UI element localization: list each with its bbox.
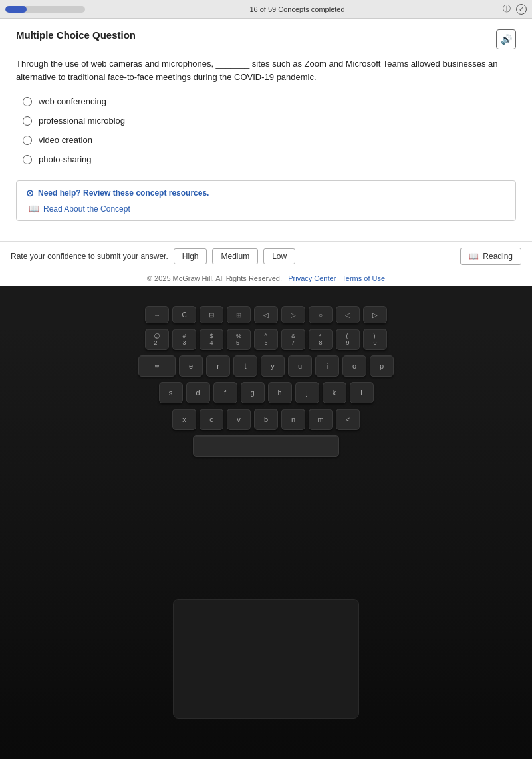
option-2[interactable]: professional microblog <box>23 116 516 126</box>
key-x[interactable]: x <box>172 409 196 430</box>
trackpad[interactable] <box>173 599 359 719</box>
option-label-4: photo-sharing <box>39 154 92 164</box>
progress-bar-container <box>5 6 85 13</box>
key-4[interactable]: $4 <box>200 329 223 350</box>
key-screen[interactable]: ⊟ <box>200 306 223 323</box>
key-l[interactable]: l <box>350 382 374 403</box>
key-h[interactable]: h <box>268 382 292 403</box>
question-text: Through the use of web cameras and micro… <box>16 57 516 83</box>
radio-3[interactable] <box>23 136 32 145</box>
option-label-3: video creation <box>39 135 92 145</box>
key-refresh[interactable]: C <box>172 306 196 323</box>
key-c[interactable]: c <box>200 409 223 430</box>
key-mute[interactable]: ○ <box>309 306 332 323</box>
confidence-label: Rate your confidence to submit your answ… <box>11 252 168 261</box>
key-prev-track[interactable]: ◁ <box>254 306 278 323</box>
progress-bar-fill <box>5 6 27 13</box>
high-button[interactable]: High <box>174 248 207 264</box>
key-0[interactable]: )0 <box>363 329 387 350</box>
reading-button[interactable]: 📖 Reading <box>460 248 521 265</box>
key-g[interactable]: g <box>241 382 265 403</box>
radio-2[interactable] <box>23 116 32 126</box>
options-list: web conferencing professional microblog … <box>23 97 516 164</box>
quiz-header: Multiple Choice Question 🔊 <box>16 29 516 49</box>
key-7[interactable]: &7 <box>281 329 305 350</box>
low-button[interactable]: Low <box>263 248 295 264</box>
option-4[interactable]: photo-sharing <box>23 154 516 164</box>
browser-bar: 16 of 59 Concepts completed ⓘ ✓ <box>0 0 532 19</box>
key-d[interactable]: d <box>186 382 210 403</box>
key-j[interactable]: j <box>295 382 319 403</box>
help-toggle[interactable]: ⊙ Need help? Review these concept resour… <box>26 188 506 198</box>
radio-1[interactable] <box>23 97 32 106</box>
key-t[interactable]: t <box>233 355 257 377</box>
key-vol-down[interactable]: ◁ <box>336 306 360 323</box>
key-row-numbers: @2 #3 $4 %5 ^6 &7 *8 (9 )0 <box>7 329 525 350</box>
progress-text: 16 of 59 Concepts completed <box>92 5 503 13</box>
read-concept-link[interactable]: 📖 Read About the Concept <box>29 204 506 214</box>
key-3[interactable]: #3 <box>172 329 196 350</box>
read-concept-label: Read About the Concept <box>43 204 130 214</box>
key-space[interactable] <box>193 435 339 457</box>
key-row-space <box>7 435 525 457</box>
quiz-area: Multiple Choice Question 🔊 Through the u… <box>0 19 532 242</box>
privacy-link[interactable]: Privacy Center <box>288 274 336 282</box>
quiz-title: Multiple Choice Question <box>16 29 136 41</box>
key-u[interactable]: u <box>288 355 312 377</box>
book-icon: 📖 <box>29 204 39 214</box>
key-p[interactable]: p <box>370 355 394 377</box>
reading-book-icon: 📖 <box>469 252 479 261</box>
key-k[interactable]: k <box>323 382 346 403</box>
help-section: ⊙ Need help? Review these concept resour… <box>16 180 516 221</box>
keys-container: → C ⊟ ⊞ ◁ ▷ ○ ◁ ▷ @2 #3 $4 %5 ^6 &7 *8 (… <box>0 306 532 462</box>
help-toggle-label: Need help? Review these concept resource… <box>38 188 209 198</box>
audio-icon: 🔊 <box>501 34 512 45</box>
key-6[interactable]: ^6 <box>254 329 278 350</box>
key-row-qwerty: w e r t y u i o p <box>7 355 525 377</box>
terms-link[interactable]: Terms of Use <box>342 274 385 282</box>
key-8[interactable]: *8 <box>309 329 332 350</box>
key-tilde[interactable]: @2 <box>145 329 169 350</box>
option-label-1: web conferencing <box>39 97 106 106</box>
key-e[interactable]: e <box>179 355 203 377</box>
key-n[interactable]: n <box>281 409 305 430</box>
footer-bar: Rate your confidence to submit your answ… <box>0 242 532 270</box>
info-icon: ⓘ <box>503 3 511 15</box>
close-button[interactable]: ✓ <box>516 4 527 15</box>
key-play[interactable]: ▷ <box>281 306 305 323</box>
key-o[interactable]: o <box>342 355 366 377</box>
keyboard-area: → C ⊟ ⊞ ◁ ▷ ○ ◁ ▷ @2 #3 $4 %5 ^6 &7 *8 (… <box>0 286 532 759</box>
copyright-text: © 2025 McGraw Hill. All Rights Reserved. <box>147 274 282 282</box>
key-row-function: → C ⊟ ⊞ ◁ ▷ ○ ◁ ▷ <box>7 306 525 323</box>
key-r[interactable]: r <box>206 355 230 377</box>
key-f[interactable]: f <box>213 382 237 403</box>
radio-4[interactable] <box>23 155 32 164</box>
key-fullscreen[interactable]: ⊞ <box>227 306 251 323</box>
key-i[interactable]: i <box>315 355 339 377</box>
key-9[interactable]: (9 <box>336 329 360 350</box>
key-comma[interactable]: < <box>336 409 360 430</box>
key-row-asdf: s d f g h j k l <box>7 382 525 403</box>
key-row-zxcv: x c v b n m < <box>7 409 525 430</box>
key-m[interactable]: m <box>309 409 332 430</box>
key-b[interactable]: b <box>254 409 278 430</box>
confidence-controls: Rate your confidence to submit your answ… <box>11 248 295 264</box>
key-arrow[interactable]: → <box>145 306 169 323</box>
option-label-2: professional microblog <box>39 116 125 126</box>
key-vol-up[interactable]: ▷ <box>363 306 387 323</box>
option-3[interactable]: video creation <box>23 135 516 145</box>
key-v[interactable]: v <box>227 409 251 430</box>
copyright-bar: © 2025 McGraw Hill. All Rights Reserved.… <box>0 270 532 286</box>
key-s[interactable]: s <box>159 382 183 403</box>
option-1[interactable]: web conferencing <box>23 97 516 106</box>
key-tab[interactable]: w <box>138 355 176 377</box>
key-y[interactable]: y <box>261 355 285 377</box>
chevron-down-icon: ⊙ <box>26 188 34 198</box>
key-5[interactable]: %5 <box>227 329 251 350</box>
audio-button[interactable]: 🔊 <box>496 29 516 49</box>
medium-button[interactable]: Medium <box>212 248 258 264</box>
reading-label: Reading <box>483 252 513 261</box>
